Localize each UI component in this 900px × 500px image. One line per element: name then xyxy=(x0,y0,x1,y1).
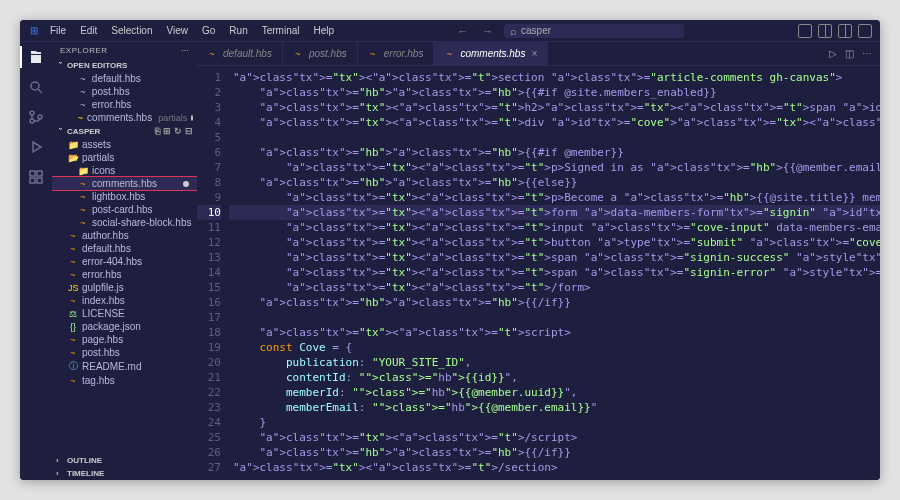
file-icon: ~ xyxy=(207,49,217,59)
file-item[interactable]: ~default.hbs xyxy=(52,242,197,255)
file-item[interactable]: ~tag.hbs xyxy=(52,374,197,387)
file-item[interactable]: ~author.hbs xyxy=(52,229,197,242)
file-item[interactable]: ~page.hbs xyxy=(52,333,197,346)
file-icon: ~ xyxy=(293,49,303,59)
file-item[interactable]: ~post-card.hbs xyxy=(52,203,197,216)
source-control-icon[interactable] xyxy=(27,108,45,126)
open-editor-item[interactable]: ×~comments.hbspartials xyxy=(52,111,197,124)
layout-sidebar-left-icon[interactable] xyxy=(818,24,832,38)
code-line[interactable]: "a">class"tx">="tx"><"a">class"tx">="t">… xyxy=(229,100,880,115)
editor-tab[interactable]: ~post.hbs xyxy=(283,42,358,65)
extensions-icon[interactable] xyxy=(27,168,45,186)
debug-icon[interactable] xyxy=(27,138,45,156)
file-item[interactable]: ⚖LICENSE xyxy=(52,307,197,320)
menu-help[interactable]: Help xyxy=(308,23,341,38)
code-line[interactable]: "a">class"tx">="tx"><"a">class"tx">="t">… xyxy=(229,220,880,235)
file-name: comments.hbs xyxy=(92,178,157,189)
file-item[interactable]: JSgulpfile.js xyxy=(52,281,197,294)
section-outline[interactable]: Outline xyxy=(52,454,197,467)
file-item[interactable]: ⓘREADME.md xyxy=(52,359,197,374)
editor-tab[interactable]: ~error.hbs xyxy=(358,42,435,65)
code-editor[interactable]: 1234567891011121314151617181920212223242… xyxy=(197,66,880,480)
menu-terminal[interactable]: Terminal xyxy=(256,23,306,38)
search-icon[interactable] xyxy=(27,78,45,96)
code-line[interactable]: "a">class"tx">="tx"><"a">class"tx">="t">… xyxy=(229,460,880,475)
folder-item[interactable]: 📁icons xyxy=(52,164,197,177)
code-line[interactable]: contentId: "">class">="hb">{{id}}", xyxy=(229,370,880,385)
code-line[interactable]: "a">class"tx">="tx"><"a">class"tx">="t">… xyxy=(229,190,880,205)
menu-edit[interactable]: Edit xyxy=(74,23,103,38)
code-line[interactable]: "a">class"tx">="tx"><"a">class"tx">="t">… xyxy=(229,235,880,250)
code-line[interactable]: "a">class"tx">="tx"><"a">class"tx">="t">… xyxy=(229,160,880,175)
code-line[interactable]: publication: "YOUR_SITE_ID", xyxy=(229,355,880,370)
code-line[interactable]: "a">class"tx">="tx"><"a">class"tx">="t">… xyxy=(229,325,880,340)
command-center[interactable]: casper xyxy=(504,24,684,38)
editor-tab[interactable]: ~default.hbs xyxy=(197,42,283,65)
section-timeline[interactable]: Timeline xyxy=(52,467,197,480)
code-line[interactable]: memberId: "">class">="hb">{{@member.uuid… xyxy=(229,385,880,400)
run-icon[interactable]: ▷ xyxy=(829,48,837,59)
layout-bottom-icon[interactable] xyxy=(858,24,872,38)
split-editor-icon[interactable]: ◫ xyxy=(845,48,854,59)
new-folder-icon[interactable]: ⊞ xyxy=(163,126,171,136)
code-content[interactable]: "a">class"tx">="tx"><"a">class"tx">="t">… xyxy=(229,66,880,480)
code-line[interactable]: "a">class"tx">="hb">"a">class"tx">="hb">… xyxy=(229,145,880,160)
code-line[interactable]: const Cove = { xyxy=(229,340,880,355)
code-line[interactable]: "a">class"tx">="hb">"a">class"tx">="hb">… xyxy=(229,445,880,460)
code-line[interactable]: "a">class"tx">="tx"><"a">class"tx">="t">… xyxy=(229,250,880,265)
open-editor-item[interactable]: ×~default.hbs xyxy=(52,72,197,85)
code-line[interactable]: "a">class"tx">="tx"><"a">class"tx">="t">… xyxy=(229,280,880,295)
collapse-icon[interactable]: ⊟ xyxy=(185,126,193,136)
file-item[interactable]: ~social-share-block.hbs xyxy=(52,216,197,229)
nav-back-icon[interactable]: ← xyxy=(454,25,471,37)
refresh-icon[interactable]: ↻ xyxy=(174,126,182,136)
line-number: 22 xyxy=(197,385,221,400)
close-tab-icon[interactable]: × xyxy=(531,48,537,59)
code-line[interactable]: "a">class"tx">="tx"><"a">class"tx">="t">… xyxy=(229,70,880,85)
code-line[interactable]: "a">class"tx">="tx"><"a">class"tx">="t">… xyxy=(229,430,880,445)
section-open-editors[interactable]: Open Editors xyxy=(52,59,197,72)
file-item[interactable]: ~comments.hbs xyxy=(52,177,197,190)
menu-selection[interactable]: Selection xyxy=(105,23,158,38)
menu-run[interactable]: Run xyxy=(223,23,253,38)
folder-icon: 📁 xyxy=(68,140,78,150)
folder-item[interactable]: 📁assets xyxy=(52,138,197,151)
code-line[interactable] xyxy=(229,130,880,145)
editor-tab[interactable]: ~comments.hbs× xyxy=(434,42,548,65)
more-icon[interactable]: ⋯ xyxy=(181,46,190,55)
file-item[interactable]: ~error-404.hbs xyxy=(52,255,197,268)
new-file-icon[interactable]: ⎘ xyxy=(155,126,160,136)
file-icon: ~ xyxy=(78,74,88,84)
code-line[interactable]: "a">class"tx">="hb">"a">class"tx">="hb">… xyxy=(229,295,880,310)
open-editor-item[interactable]: ×~post.hbs xyxy=(52,85,197,98)
file-name: error.hbs xyxy=(82,269,121,280)
file-item[interactable]: ~lightbox.hbs xyxy=(52,190,197,203)
file-item[interactable]: ~error.hbs xyxy=(52,268,197,281)
menu-view[interactable]: View xyxy=(161,23,195,38)
layout-panel-icon[interactable] xyxy=(798,24,812,38)
code-line[interactable]: "a">class"tx">="tx"><"a">class"tx">="t">… xyxy=(229,115,880,130)
file-item[interactable]: ~post.hbs xyxy=(52,346,197,359)
line-number: 11 xyxy=(197,220,221,235)
code-line[interactable] xyxy=(229,310,880,325)
section-workspace[interactable]: ↘ CASPER ⎘ ⊞ ↻ ⊟ xyxy=(52,124,197,138)
code-line[interactable]: "a">class"tx">="tx"><"a">class"tx">="t">… xyxy=(229,265,880,280)
code-line[interactable]: "a">class"tx">="hb">"a">class"tx">="hb">… xyxy=(229,175,880,190)
file-icon: ~ xyxy=(68,270,78,280)
code-line[interactable]: "a">class"tx">="hb">"a">class"tx">="hb">… xyxy=(229,85,880,100)
app-icon[interactable]: ⊞ xyxy=(24,23,44,38)
layout-sidebar-right-icon[interactable] xyxy=(838,24,852,38)
menu-file[interactable]: File xyxy=(44,23,72,38)
file-name: page.hbs xyxy=(82,334,123,345)
menu-go[interactable]: Go xyxy=(196,23,221,38)
file-item[interactable]: ~index.hbs xyxy=(52,294,197,307)
code-line[interactable]: "a">class"tx">="tx"><"a">class"tx">="t">… xyxy=(229,205,880,220)
folder-item[interactable]: 📂partials xyxy=(52,151,197,164)
explorer-icon[interactable] xyxy=(27,48,45,66)
file-item[interactable]: {}package.json xyxy=(52,320,197,333)
nav-forward-icon[interactable]: → xyxy=(479,25,496,37)
open-editor-item[interactable]: ×~error.hbs xyxy=(52,98,197,111)
more-actions-icon[interactable]: ⋯ xyxy=(862,48,872,59)
code-line[interactable]: memberEmail: "">class">="hb">{{@member.e… xyxy=(229,400,880,415)
code-line[interactable]: } xyxy=(229,415,880,430)
